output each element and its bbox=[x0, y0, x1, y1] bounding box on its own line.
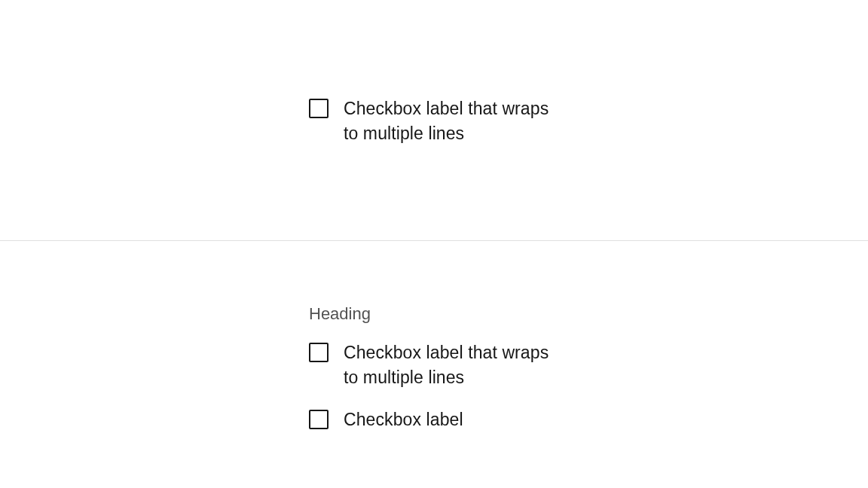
checkbox-item-1[interactable]: Checkbox label that wraps to multiple li… bbox=[309, 96, 565, 147]
checkbox-item-2[interactable]: Checkbox label bbox=[309, 407, 565, 432]
checkbox-input[interactable] bbox=[309, 343, 329, 362]
section-divider bbox=[0, 240, 868, 241]
checkbox-label[interactable]: Checkbox label that wraps to multiple li… bbox=[344, 96, 565, 147]
checkbox-label[interactable]: Checkbox label bbox=[344, 407, 463, 432]
section-top: Checkbox label that wraps to multiple li… bbox=[309, 96, 565, 163]
checkbox-input[interactable] bbox=[309, 410, 329, 429]
checkbox-item-1[interactable]: Checkbox label that wraps to multiple li… bbox=[309, 340, 565, 391]
checkbox-label[interactable]: Checkbox label that wraps to multiple li… bbox=[344, 340, 565, 391]
checkbox-input[interactable] bbox=[309, 99, 329, 118]
section-bottom: Heading Checkbox label that wraps to mul… bbox=[309, 304, 565, 449]
group-heading: Heading bbox=[309, 304, 565, 324]
